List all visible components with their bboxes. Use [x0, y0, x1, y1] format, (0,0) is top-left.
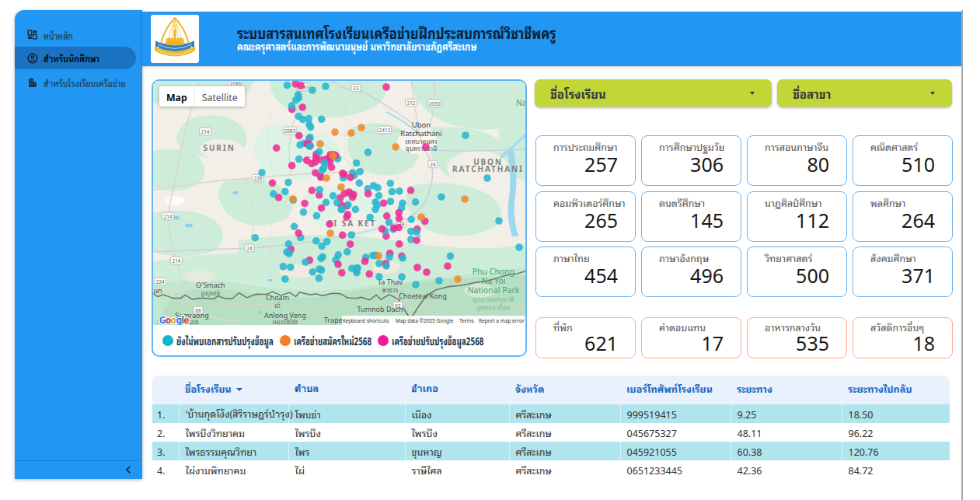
- map-marker-updated-2568[interactable]: [295, 229, 302, 237]
- map-marker-no-update-doc[interactable]: [295, 156, 303, 163]
- map-marker-updated-2568[interactable]: [361, 257, 369, 265]
- col-header[interactable]: เบอร์โทศัพท์โรงเรียน: [620, 376, 731, 404]
- map-marker-no-update-doc[interactable]: [375, 192, 383, 200]
- map-marker-no-update-doc[interactable]: [413, 229, 420, 236]
- map-marker-new-2568[interactable]: [326, 229, 334, 237]
- map-marker-new-2568[interactable]: [316, 140, 324, 148]
- map-marker-no-update-doc[interactable]: [258, 169, 266, 177]
- map-marker-updated-2568[interactable]: [407, 187, 415, 194]
- map-marker-new-2568[interactable]: [375, 252, 382, 260]
- map-marker-no-update-doc[interactable]: [385, 219, 393, 226]
- map-marker-updated-2568[interactable]: [396, 240, 403, 248]
- map-marker-no-update-doc[interactable]: [281, 275, 289, 283]
- map-marker-no-update-doc[interactable]: [300, 208, 308, 216]
- map-marker-updated-2568[interactable]: [364, 190, 372, 198]
- map-marker-updated-2568[interactable]: [303, 156, 311, 164]
- map-marker-new-2568[interactable]: [330, 152, 337, 159]
- map-marker-no-update-doc[interactable]: [495, 217, 503, 225]
- map-marker-new-2568[interactable]: [337, 184, 345, 191]
- map-marker-updated-2568[interactable]: [288, 162, 296, 170]
- map-marker-no-update-doc[interactable]: [320, 164, 328, 172]
- map-marker-updated-2568[interactable]: [318, 205, 326, 212]
- map-marker-updated-2568[interactable]: [339, 170, 347, 177]
- map-marker-no-update-doc[interactable]: [352, 206, 360, 214]
- google-map[interactable]: 2142142142242262424242083208320862321220…: [153, 81, 525, 325]
- map-marker-no-update-doc[interactable]: [353, 264, 361, 272]
- map-marker-no-update-doc[interactable]: [447, 253, 455, 260]
- sidebar-item-students[interactable]: สำหรับนักศึกษา: [15, 47, 136, 69]
- map-marker-no-update-doc[interactable]: [316, 148, 323, 156]
- school-name-dropdown[interactable]: ชื่อโรงเรียน: [535, 79, 772, 107]
- table-row[interactable]: 4.ไผ่งามพิทยาคมไผ่ราษีไศลศรีสะเกษ0651233…: [152, 460, 950, 479]
- map-marker-no-update-doc[interactable]: [309, 86, 316, 94]
- map-marker-no-update-doc[interactable]: [396, 187, 403, 195]
- sidebar-item-home[interactable]: หน้าหลัก: [15, 23, 142, 46]
- map-marker-no-update-doc[interactable]: [316, 274, 323, 282]
- map-marker-no-update-doc[interactable]: [407, 216, 415, 224]
- map-marker-no-update-doc[interactable]: [398, 273, 406, 281]
- map-marker-updated-2568[interactable]: [301, 200, 309, 208]
- map-marker-updated-2568[interactable]: [382, 83, 390, 91]
- map-marker-new-2568[interactable]: [417, 213, 425, 221]
- map-marker-no-update-doc[interactable]: [387, 198, 395, 205]
- col-header[interactable]: ระยะทางไปกลับ: [842, 376, 950, 404]
- map-marker-no-update-doc[interactable]: [333, 199, 341, 207]
- map-marker-no-update-doc[interactable]: [399, 254, 406, 262]
- map-marker-updated-2568[interactable]: [297, 82, 305, 89]
- map-marker-no-update-doc[interactable]: [313, 212, 321, 220]
- map-marker-no-update-doc[interactable]: [295, 113, 302, 121]
- map-marker-no-update-doc[interactable]: [438, 193, 445, 201]
- map-marker-updated-2568[interactable]: [365, 271, 373, 278]
- sidebar-item-network-schools[interactable]: สำหรับโรงเรียนเครือข่าย: [15, 72, 142, 94]
- map-marker-no-update-doc[interactable]: [305, 121, 313, 128]
- map-marker-updated-2568[interactable]: [350, 191, 357, 198]
- map-marker-updated-2568[interactable]: [339, 232, 347, 240]
- map-marker-updated-2568[interactable]: [422, 143, 430, 151]
- map-marker-no-update-doc[interactable]: [292, 96, 300, 104]
- map-marker-updated-2568[interactable]: [326, 220, 333, 228]
- table-row[interactable]: 3.ไพรธรรมคุณวิทยาไพรขุนหาญศรีสะเกษ045921…: [152, 442, 950, 460]
- map-marker-updated-2568[interactable]: [380, 199, 388, 207]
- map-marker-updated-2568[interactable]: [378, 226, 386, 233]
- col-header[interactable]: ชื่อโรงเรียน: [179, 376, 288, 404]
- map-marker-updated-2568[interactable]: [347, 173, 354, 181]
- map-marker-no-update-doc[interactable]: [374, 184, 382, 192]
- map-marker-no-update-doc[interactable]: [348, 231, 356, 239]
- map-marker-updated-2568[interactable]: [334, 260, 342, 268]
- collapse-sidebar-icon[interactable]: [124, 465, 133, 474]
- map-marker-no-update-doc[interactable]: [462, 131, 469, 139]
- map-marker-no-update-doc[interactable]: [323, 238, 331, 246]
- map-marker-updated-2568[interactable]: [295, 132, 303, 140]
- map-marker-no-update-doc[interactable]: [344, 201, 352, 209]
- map-marker-updated-2568[interactable]: [273, 145, 281, 152]
- map-marker-no-update-doc[interactable]: [283, 248, 291, 256]
- col-header[interactable]: อำเภอ: [405, 376, 509, 404]
- map-marker-updated-2568[interactable]: [444, 262, 452, 270]
- map-marker-no-update-doc[interactable]: [252, 234, 260, 242]
- map-marker-no-update-doc[interactable]: [330, 192, 337, 200]
- map-marker-no-update-doc[interactable]: [515, 243, 523, 251]
- map-marker-updated-2568[interactable]: [328, 163, 336, 171]
- map-marker-no-update-doc[interactable]: [318, 116, 326, 124]
- map-marker-updated-2568[interactable]: [347, 240, 354, 248]
- map-marker-no-update-doc[interactable]: [374, 201, 382, 209]
- map-marker-new-2568[interactable]: [357, 124, 365, 131]
- map-marker-no-update-doc[interactable]: [387, 180, 395, 187]
- table-row[interactable]: 2.ไพรบึงวิทยาคมไพรบึงไพรบึงศรีสะเกษ04567…: [152, 423, 950, 442]
- map-marker-no-update-doc[interactable]: [291, 223, 298, 231]
- map-marker-no-update-doc[interactable]: [309, 268, 316, 276]
- map-marker-updated-2568[interactable]: [299, 103, 307, 111]
- map-marker-updated-2568[interactable]: [312, 169, 319, 177]
- map-marker-new-2568[interactable]: [392, 143, 399, 151]
- map-marker-no-update-doc[interactable]: [344, 248, 351, 256]
- map-marker-no-update-doc[interactable]: [389, 188, 396, 196]
- map-marker-no-update-doc[interactable]: [284, 82, 291, 89]
- map-marker-updated-2568[interactable]: [309, 187, 316, 194]
- map-marker-no-update-doc[interactable]: [364, 149, 372, 156]
- map-marker-no-update-doc[interactable]: [316, 186, 323, 194]
- col-header[interactable]: ระยะทาง: [731, 376, 842, 404]
- map-marker-no-update-doc[interactable]: [296, 142, 304, 149]
- map-marker-no-update-doc[interactable]: [284, 179, 292, 187]
- map-marker-no-update-doc[interactable]: [366, 214, 374, 222]
- map-marker-no-update-doc[interactable]: [483, 174, 491, 182]
